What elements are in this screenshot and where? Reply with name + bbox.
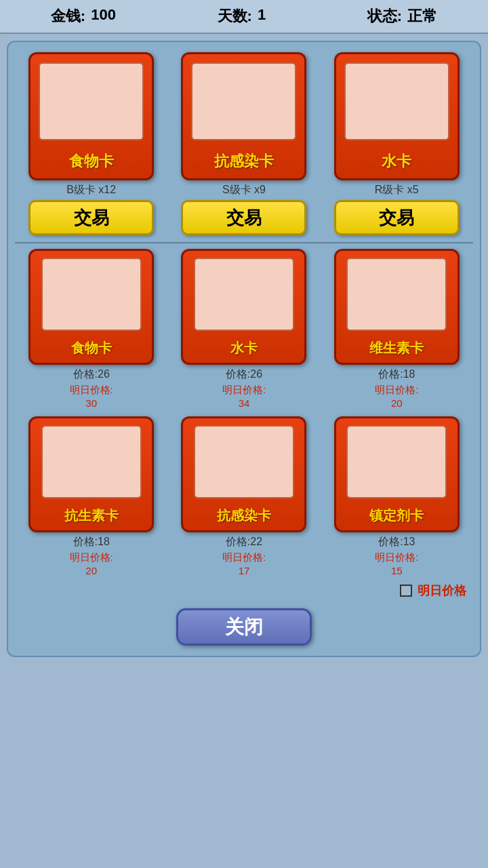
trade-button-0[interactable]: 交易 <box>28 200 154 235</box>
market-slot-1-2: 镇定剂卡 价格:13 明日价格: 15 <box>334 416 460 577</box>
main-panel: 食物卡 B级卡 x12 交易 抗感染卡 S级卡 x9 交易 水卡 R级卡 x <box>7 41 481 657</box>
card-count-1: S级卡 x9 <box>222 183 266 197</box>
tomorrow-price-1-2: 明日价格: 15 <box>375 551 418 577</box>
market-slot-0-1: 水卡 价格:26 明日价格: 34 <box>181 249 306 410</box>
card-count-2: R级卡 x5 <box>375 183 419 197</box>
tomorrow-price-0-0: 明日价格: 30 <box>70 383 113 410</box>
market-grid: 食物卡 价格:26 明日价格: 30 水卡 价格:26 明日价格: 34 <box>15 249 473 577</box>
card-count-0: B级卡 x12 <box>66 183 116 197</box>
price-0-0: 价格:26 <box>73 368 110 382</box>
card-image-2 <box>344 62 449 140</box>
close-button[interactable]: 关闭 <box>176 608 312 646</box>
legend-box-icon <box>400 585 412 597</box>
tomorrow-price-1-1: 明日价格: 17 <box>222 551 266 577</box>
close-button-wrap: 关闭 <box>15 608 473 646</box>
market-card-1-2[interactable]: 镇定剂卡 <box>334 416 460 532</box>
status-display: 状态: 正常 <box>367 6 437 26</box>
inventory-section: 食物卡 B级卡 x12 交易 抗感染卡 S级卡 x9 交易 水卡 R级卡 x <box>15 52 473 235</box>
market-card-label-0-2: 维生素卡 <box>369 335 424 363</box>
market-card-label-0-0: 食物卡 <box>71 335 112 363</box>
market-card-1-0[interactable]: 抗生素卡 <box>28 416 154 532</box>
money-display: 金钱: 100 <box>51 6 116 26</box>
tomorrow-price-1-0: 明日价格: 20 <box>70 551 113 577</box>
inventory-slot-1: 抗感染卡 S级卡 x9 交易 <box>181 52 306 235</box>
market-card-image-0-1 <box>194 258 294 331</box>
price-0-2: 价格:18 <box>378 368 415 382</box>
card-label-1: 抗感染卡 <box>214 146 274 178</box>
market-card-image-0-2 <box>346 258 447 331</box>
market-row-1: 抗生素卡 价格:18 明日价格: 20 抗感染卡 价格:22 明日价格: 17 <box>15 416 473 577</box>
inventory-slot-2: 水卡 R级卡 x5 交易 <box>334 52 460 235</box>
inventory-card-2: 水卡 <box>334 52 460 180</box>
days-display: 天数: 1 <box>218 6 266 26</box>
market-card-0-0[interactable]: 食物卡 <box>28 249 154 365</box>
price-0-1: 价格:26 <box>226 368 262 382</box>
market-card-image-0-0 <box>41 258 142 331</box>
market-card-label-1-1: 抗感染卡 <box>217 502 271 530</box>
market-row-0: 食物卡 价格:26 明日价格: 30 水卡 价格:26 明日价格: 34 <box>15 249 473 410</box>
legend-label: 明日价格 <box>418 583 466 599</box>
money-value: 100 <box>91 6 116 26</box>
market-card-0-1[interactable]: 水卡 <box>181 249 306 365</box>
trade-button-1[interactable]: 交易 <box>181 200 306 235</box>
market-slot-1-1: 抗感染卡 价格:22 明日价格: 17 <box>181 416 306 577</box>
market-card-label-0-1: 水卡 <box>230 335 258 363</box>
inventory-slot-0: 食物卡 B级卡 x12 交易 <box>28 52 154 235</box>
card-image-0 <box>39 62 144 140</box>
market-card-label-1-2: 镇定剂卡 <box>369 502 424 530</box>
status-value: 正常 <box>407 6 437 26</box>
market-card-label-1-0: 抗生素卡 <box>64 502 119 530</box>
price-1-1: 价格:22 <box>226 535 262 549</box>
market-card-image-1-0 <box>41 425 142 498</box>
market-card-1-1[interactable]: 抗感染卡 <box>181 416 306 532</box>
card-image-1 <box>191 62 296 140</box>
card-label-2: 水卡 <box>382 146 411 178</box>
status-label: 状态: <box>367 6 402 26</box>
market-slot-0-0: 食物卡 价格:26 明日价格: 30 <box>28 249 154 410</box>
market-slot-1-0: 抗生素卡 价格:18 明日价格: 20 <box>28 416 154 577</box>
legend-row: 明日价格 <box>15 583 466 599</box>
market-card-image-1-2 <box>346 425 447 498</box>
trade-button-2[interactable]: 交易 <box>334 200 460 235</box>
header: 金钱: 100 天数: 1 状态: 正常 <box>0 0 488 34</box>
days-label: 天数: <box>218 6 252 26</box>
inventory-card-0: 食物卡 <box>28 52 154 180</box>
price-1-2: 价格:13 <box>378 535 415 549</box>
divider <box>15 242 473 243</box>
tomorrow-price-0-2: 明日价格: 20 <box>375 383 418 410</box>
tomorrow-price-0-1: 明日价格: 34 <box>222 383 266 410</box>
money-label: 金钱: <box>51 6 85 26</box>
days-value: 1 <box>258 6 266 26</box>
inventory-card-1: 抗感染卡 <box>181 52 306 180</box>
market-card-0-2[interactable]: 维生素卡 <box>334 249 460 365</box>
card-label-0: 食物卡 <box>69 146 114 178</box>
market-card-image-1-1 <box>194 425 294 498</box>
price-1-0: 价格:18 <box>73 535 110 549</box>
market-slot-0-2: 维生素卡 价格:18 明日价格: 20 <box>334 249 460 410</box>
